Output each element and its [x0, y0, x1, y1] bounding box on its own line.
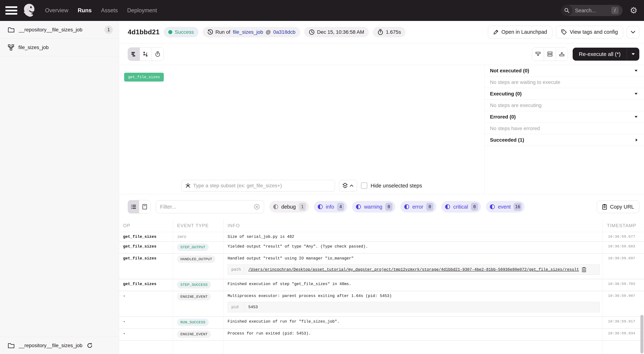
flat-view-button[interactable]	[128, 48, 140, 61]
toggle-half-icon	[356, 204, 361, 210]
log-section: debug 1 info 4 warning 0 error 0	[119, 194, 644, 354]
section-executing[interactable]: Executing (0)	[484, 88, 644, 100]
log-event-type: RUN_SUCCESS	[173, 317, 224, 328]
log-row[interactable]: - ENGINE_EVENT Multiprocess executor: pa…	[119, 291, 644, 317]
view-tags-config-button[interactable]: View tags and config	[556, 26, 623, 39]
split-panels-button[interactable]	[544, 48, 556, 61]
hide-unselected-steps[interactable]: Hide unselected steps	[361, 183, 422, 189]
metadata-value: 5453	[248, 305, 258, 309]
folder-icon	[8, 27, 14, 33]
nav-overview[interactable]: Overview	[45, 7, 68, 14]
log-scrollbar[interactable]	[640, 315, 644, 353]
filter-level-info[interactable]: info 4	[314, 201, 347, 213]
graph-query-toggle-button[interactable]	[339, 180, 357, 192]
reexecute-split-button: Re-execute all (*)	[573, 48, 639, 61]
log-filter-input[interactable]	[160, 204, 254, 210]
filter-level-debug[interactable]: debug 1	[270, 201, 309, 213]
waterfall-view-button[interactable]	[140, 48, 152, 61]
layers-icon	[342, 183, 348, 189]
step-subset-input[interactable]	[193, 183, 331, 189]
section-errored[interactable]: Errored (0)	[484, 111, 644, 123]
executing-empty-text: No steps are executing	[484, 100, 644, 111]
log-info: Finished execution of run for "file_size…	[224, 317, 603, 328]
chevron-up-icon	[350, 185, 354, 187]
section-succeeded[interactable]: Succeeded (1)	[484, 134, 644, 146]
run-datetime: Dec 15, 10:36:58 AM	[317, 29, 364, 35]
col-op: OP	[119, 219, 173, 232]
clear-filter-icon[interactable]	[254, 204, 260, 210]
gantt-view-segmented	[128, 48, 164, 61]
sidebar-item-repository[interactable]: __repository__file_sizes_job 1	[0, 21, 119, 39]
reexecute-caret-button[interactable]	[627, 48, 639, 61]
run-of-pill: Run of file_sizes_job @ 0a318dcb	[202, 27, 300, 37]
folder-icon	[8, 343, 14, 348]
log-timestamp[interactable]: 10:36:59.934	[603, 329, 644, 340]
metadata-entry: path /Users/erincochran/Desktop/asset_tu…	[228, 264, 600, 275]
filter-level-critical[interactable]: critical 0	[441, 201, 481, 213]
nav-deployment[interactable]: Deployment	[127, 7, 157, 14]
menu-icon[interactable]	[6, 6, 17, 15]
log-timestamp[interactable]: 10:36:59.907	[603, 291, 644, 316]
filter-level-error[interactable]: error 0	[400, 201, 436, 213]
log-timestamp[interactable]: 10:36:59.703	[603, 279, 644, 291]
log-op: -	[119, 317, 173, 328]
copy-url-button[interactable]: Copy URL	[597, 201, 639, 213]
filter-level-event[interactable]: event 16	[486, 201, 524, 213]
gear-icon[interactable]: ⚙	[630, 6, 638, 15]
log-row[interactable]: get_file_sizes HANDLED_OUTPUT Handled ou…	[119, 254, 644, 279]
log-table-header: OP EVENT TYPE INFO TIMESTAMP	[119, 219, 644, 232]
step-status-panel: Not executed (0) No steps are waiting to…	[484, 65, 644, 194]
collapse-down-button[interactable]	[532, 48, 544, 61]
footer-repo-label: __repository__file_sizes_job	[19, 343, 82, 348]
open-in-launchpad-button[interactable]: Open in Launchpad	[488, 26, 552, 39]
run-header: 4d1bbd21 Success Run of file_sizes_job @…	[119, 21, 644, 43]
search-input[interactable]	[575, 8, 606, 14]
left-sidebar: __repository__file_sizes_job 1 file_size…	[0, 21, 119, 354]
log-row[interactable]: get_file_sizes STEP_OUTPUT Yielded outpu…	[119, 242, 644, 254]
col-event-type: EVENT TYPE	[173, 219, 224, 232]
toggle-half-icon	[404, 204, 410, 210]
status-dot-icon	[168, 30, 172, 34]
gantt-toolbar: Re-execute all (*)	[119, 43, 644, 65]
top-nav: Overview Runs Assets Deployment / ⚙	[0, 0, 644, 21]
sidebar-item-job[interactable]: file_sizes_job	[0, 39, 119, 56]
log-event-type: ENGINE_EVENT	[173, 329, 224, 340]
status-badge: Success	[164, 27, 198, 37]
op-selector-icon	[185, 183, 191, 188]
log-row[interactable]: - ENGINE_EVENT Process for run exited (p…	[119, 329, 644, 341]
log-filter-box[interactable]	[156, 200, 264, 213]
log-info: Process for run exited (pid: 5453).	[224, 329, 603, 340]
commit-link[interactable]: 0a318dcb	[273, 29, 296, 35]
dagster-logo-icon[interactable]	[22, 3, 37, 18]
reload-icon[interactable]	[87, 342, 93, 348]
log-list-view-button[interactable]	[128, 200, 139, 213]
nav-runs[interactable]: Runs	[78, 7, 92, 14]
log-row[interactable]: get_file_sizes STEP_SUCCESS Finished exe…	[119, 279, 644, 291]
log-structured-view-button[interactable]	[139, 200, 150, 213]
section-not-executed[interactable]: Not executed (0)	[484, 65, 644, 77]
log-timestamp[interactable]: 10:36:59.697	[603, 254, 644, 279]
nav-assets[interactable]: Assets	[101, 7, 118, 14]
expand-up-button[interactable]	[556, 48, 568, 61]
sidebar-footer-repository[interactable]: __repository__file_sizes_job	[0, 337, 119, 354]
log-info: Yielded output "result" of type "Any". (…	[224, 242, 603, 253]
log-row[interactable]: - RUN_SUCCESS Finished execution of run …	[119, 317, 644, 329]
log-timestamp[interactable]: 10:36:59.683	[603, 242, 644, 253]
search-box[interactable]: /	[561, 5, 622, 16]
caret-down-icon	[634, 69, 638, 72]
step-subset-box[interactable]	[182, 180, 335, 192]
pencil-icon	[493, 29, 498, 35]
header-more-button[interactable]	[627, 26, 639, 39]
log-row[interactable]: get_file_sizes INFO Size of serial_job.p…	[119, 232, 644, 242]
timer-view-button[interactable]	[152, 48, 164, 61]
copy-path-icon[interactable]	[582, 267, 586, 272]
step-chip-get-file-sizes[interactable]: get_file_sizes	[124, 73, 164, 82]
reexecute-all-button[interactable]: Re-execute all (*)	[573, 48, 627, 61]
log-timestamp[interactable]: 10:36:59.677	[603, 232, 644, 241]
filter-level-warning[interactable]: warning 0	[352, 201, 395, 213]
log-timestamp[interactable]: 10:36:59.917	[603, 317, 644, 328]
hide-unselected-checkbox[interactable]	[361, 183, 368, 189]
output-path-link[interactable]: /Users/erincochran/Desktop/asset_tutoria…	[248, 267, 579, 272]
job-link[interactable]: file_sizes_job	[233, 29, 263, 35]
nav-links: Overview Runs Assets Deployment	[45, 7, 157, 14]
